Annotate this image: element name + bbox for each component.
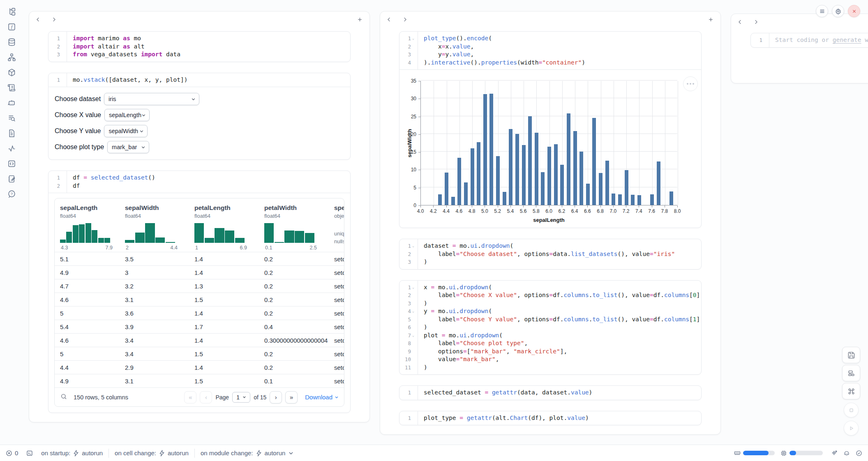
ai-sparkles-button[interactable] — [831, 450, 838, 456]
circle-x-icon — [6, 450, 12, 456]
column-header[interactable]: sepalLengthfloat644.37.9 — [55, 198, 120, 252]
ram-icon — [734, 450, 741, 456]
scratchpad-icon[interactable] — [7, 174, 16, 184]
code-editor[interactable]: 1import marimo as mo2import altair as al… — [48, 32, 350, 62]
code-editor[interactable]: 1selected_dataset = getattr(data, datase… — [399, 386, 701, 400]
column-header[interactable]: petalLengthfloat6416.9 — [189, 198, 259, 252]
table-row[interactable]: 5.13.51.40.2setosa — [55, 252, 344, 265]
dropdown-row: Choose datasetiris — [55, 93, 344, 105]
code-editor-placeholder[interactable]: 1Start coding or generate with — [751, 33, 868, 47]
table-row[interactable]: 53.61.40.2setosa — [55, 306, 344, 320]
dropdown-label: Choose plot type — [55, 143, 104, 151]
prev-page-button[interactable]: ‹ — [200, 391, 212, 403]
code-line: 4).interactive().properties(width="conta… — [399, 59, 701, 67]
cpu-usage[interactable] — [780, 450, 823, 456]
chart-bar — [612, 194, 615, 205]
chevron-down-icon — [141, 113, 146, 118]
code-line: 1⌄plot_type().encode( — [399, 35, 701, 43]
table-row[interactable]: 4.63.41.40.30000000000000004setosa — [55, 333, 344, 347]
search-icon[interactable] — [60, 393, 67, 401]
error-counter[interactable]: 0 — [6, 449, 18, 456]
chevron-down-icon — [334, 395, 339, 400]
chevron-right-icon[interactable] — [402, 16, 408, 23]
code-editor[interactable]: 1⌄dataset = mo.ui.dropdown(2 label="Choo… — [399, 239, 701, 269]
code-editor[interactable]: 1⌄plot_type().encode(2 x=x.value,3 y=y.v… — [399, 32, 701, 69]
next-page-button[interactable]: › — [270, 391, 282, 403]
on-module-change-setting[interactable]: on module change: autorun — [201, 449, 294, 456]
dropdown-label: Choose dataset — [55, 95, 101, 103]
add-cell-icon[interactable] — [708, 16, 714, 23]
dropdown-select[interactable]: iris — [104, 93, 199, 105]
table-row[interactable]: 4.63.11.50.2setosa — [55, 293, 344, 306]
column-header[interactable]: petalWidthfloat640.12.5 — [259, 198, 329, 252]
copilot-button[interactable] — [843, 450, 850, 456]
column-header[interactable]: speciesobjectunique:nulls: — [329, 198, 344, 252]
code-line: 10 value="mark_bar", — [399, 355, 701, 364]
stop-button[interactable] — [844, 403, 859, 417]
terminal-button[interactable] — [26, 450, 33, 456]
shutdown-close-button[interactable] — [848, 5, 860, 17]
chevron-down-icon — [242, 395, 247, 399]
code-editor[interactable]: 1mo.vstack([dataset, x, y, plot]) — [48, 73, 350, 87]
dataframe-table: sepalLengthfloat644.37.9sepalWidthfloat6… — [54, 198, 344, 407]
menu-button[interactable] — [816, 5, 828, 17]
chart-bar — [541, 172, 545, 205]
chevron-left-icon[interactable] — [737, 19, 743, 25]
chart-bar — [560, 165, 564, 205]
keyboard-shortcuts-button[interactable] — [842, 383, 860, 399]
snippets-icon[interactable] — [7, 159, 16, 168]
dropdown-select[interactable]: mark_bar — [107, 141, 149, 153]
tracing-icon[interactable] — [7, 143, 16, 153]
table-row[interactable]: 4.42.91.40.2setosa — [55, 360, 344, 374]
chart-plot-area[interactable] — [420, 81, 677, 205]
dropdown-select[interactable]: sepalLength — [104, 109, 150, 121]
table-row[interactable]: 4.931.40.2setosa — [55, 265, 344, 279]
column-header[interactable]: sepalWidthfloat6424.4 — [120, 198, 189, 252]
altair-chart[interactable]: 051015202530354.04.24.44.64.85.05.25.45.… — [399, 70, 701, 228]
chevron-left-icon[interactable] — [386, 16, 392, 23]
table-row[interactable]: 53.41.50.2setosa — [55, 347, 344, 360]
dependency-graph-icon[interactable] — [7, 52, 16, 62]
chat-icon[interactable] — [7, 98, 16, 108]
add-cell-icon[interactable] — [357, 16, 363, 23]
outline-icon[interactable] — [7, 113, 16, 123]
on-startup-setting[interactable]: on startup: autorun — [41, 449, 103, 456]
code-editor[interactable]: 1plot_type = getattr(alt.Chart(df), plot… — [399, 411, 701, 425]
download-button[interactable]: Download — [305, 394, 339, 401]
help-icon[interactable]: ? — [7, 189, 16, 199]
dropdown-select[interactable]: sepalWidth — [104, 125, 148, 137]
logs-icon[interactable] — [7, 83, 16, 92]
page-select[interactable]: 1 — [232, 392, 250, 403]
code-editor[interactable]: 1⌄x = mo.ui.dropdown(2 label="Choose X v… — [399, 281, 701, 375]
connection-status-button[interactable] — [856, 450, 862, 456]
svg-text:f: f — [11, 24, 13, 29]
code-editor[interactable]: 1df = selected_dataset()2df — [48, 171, 350, 193]
ram-usage[interactable] — [734, 450, 775, 456]
run-button[interactable] — [844, 421, 859, 436]
chevron-right-icon[interactable] — [51, 16, 57, 23]
table-row[interactable]: 5.43.91.70.4setosa — [55, 320, 344, 333]
table-header: sepalLengthfloat644.37.9sepalWidthfloat6… — [55, 198, 344, 252]
middle-panel-header — [380, 12, 720, 27]
last-page-button[interactable]: » — [285, 391, 298, 403]
code-line: 3) — [399, 300, 701, 308]
chevron-left-icon[interactable] — [35, 16, 41, 23]
chevron-right-icon[interactable] — [753, 19, 759, 25]
save-button[interactable] — [842, 347, 860, 363]
terminal-icon — [26, 450, 33, 456]
variables-icon[interactable]: f — [7, 22, 16, 32]
file-explorer-icon[interactable] — [7, 7, 16, 16]
datasources-icon[interactable] — [7, 37, 16, 47]
packages-icon[interactable] — [7, 67, 16, 77]
on-cell-change-setting[interactable]: on cell change: autorun — [115, 449, 189, 456]
documentation-icon[interactable] — [7, 128, 16, 138]
layout-button[interactable] — [842, 365, 860, 381]
table-row[interactable]: 4.93.11.50.1setosa — [55, 374, 344, 387]
table-row[interactable]: 4.73.21.30.2setosa — [55, 279, 344, 293]
cell-xy-plot-dropdowns: 1⌄x = mo.ui.dropdown(2 label="Choose X v… — [399, 280, 702, 375]
chart-menu-button[interactable] — [683, 76, 698, 91]
first-page-button[interactable]: « — [184, 391, 196, 403]
chart-bar — [535, 133, 538, 205]
code-line: 11) — [399, 364, 701, 372]
settings-gear-button[interactable] — [832, 5, 844, 17]
